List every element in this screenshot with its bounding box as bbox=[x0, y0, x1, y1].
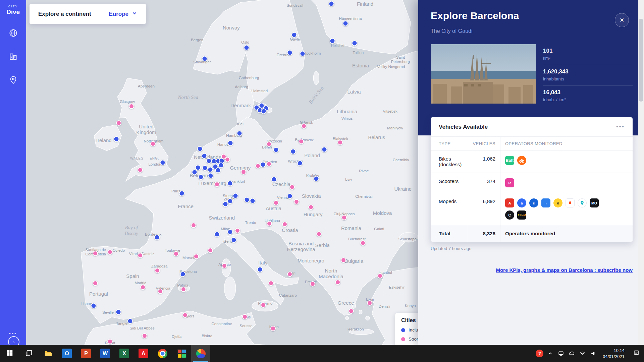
sidebar-more-ellipsis-icon[interactable]: ••• bbox=[9, 330, 17, 336]
city-dot-soon[interactable] bbox=[308, 204, 314, 210]
continent-selector[interactable]: Explore a continent Europe bbox=[30, 4, 146, 24]
outlook-taskbar-button[interactable]: O bbox=[57, 345, 76, 362]
city-dot-included[interactable] bbox=[329, 1, 334, 7]
onedrive-cloud-icon[interactable] bbox=[567, 345, 577, 362]
city-dot-included[interactable] bbox=[223, 201, 228, 207]
city-dot-soon[interactable] bbox=[107, 249, 113, 255]
action-center-button[interactable] bbox=[629, 345, 644, 362]
city-dot-soon[interactable] bbox=[261, 302, 266, 308]
city-dot-soon[interactable] bbox=[158, 289, 163, 294]
city-dot-soon[interactable] bbox=[301, 123, 307, 129]
city-dot-included[interactable] bbox=[232, 193, 238, 199]
city-dot-included[interactable] bbox=[342, 20, 348, 26]
city-dot-soon[interactable] bbox=[341, 257, 346, 263]
subscribe-link[interactable]: More KPIs, graphs & maps on Barcelona : … bbox=[431, 267, 633, 273]
city-dot-soon[interactable] bbox=[182, 312, 188, 318]
sidebar-item-explore-globe[interactable] bbox=[7, 28, 19, 39]
city-dot-soon[interactable] bbox=[255, 163, 261, 169]
city-dot-soon[interactable] bbox=[129, 104, 134, 109]
city-dot-included[interactable] bbox=[273, 147, 279, 153]
city-dot-included[interactable] bbox=[180, 271, 185, 277]
taskbar-clock[interactable]: 10:14 04/01/2021 bbox=[599, 345, 629, 362]
city-dot-soon[interactable] bbox=[150, 141, 156, 146]
city-dot-soon[interactable] bbox=[116, 120, 121, 126]
city-dot-soon[interactable] bbox=[289, 184, 295, 190]
city-dot-included[interactable] bbox=[207, 167, 213, 172]
powerpoint-taskbar-button[interactable]: P bbox=[76, 345, 96, 362]
get-help[interactable]: ? bbox=[534, 345, 545, 362]
city-dot-soon[interactable] bbox=[282, 222, 287, 227]
city-dot-soon[interactable] bbox=[367, 300, 372, 306]
city-dot-soon[interactable] bbox=[348, 308, 354, 314]
scrollbar-thumb[interactable] bbox=[639, 19, 643, 102]
citydive-logo[interactable]: CITY Dive bbox=[6, 5, 20, 16]
city-dot-included[interactable] bbox=[250, 198, 256, 203]
network-wifi-icon[interactable] bbox=[577, 345, 588, 362]
ellipsis-icon[interactable]: ••• bbox=[616, 123, 625, 130]
city-dot-soon[interactable] bbox=[208, 248, 213, 253]
city-dot-soon[interactable] bbox=[93, 251, 98, 256]
task-view-button[interactable] bbox=[19, 345, 38, 362]
city-dot-included[interactable] bbox=[257, 267, 263, 273]
city-dot-soon[interactable] bbox=[299, 139, 304, 144]
city-dot-included[interactable] bbox=[236, 130, 242, 136]
city-dot-soon[interactable] bbox=[377, 273, 383, 279]
city-dot-included[interactable] bbox=[287, 50, 293, 55]
city-dot-included[interactable] bbox=[179, 190, 185, 196]
city-dot-included[interactable] bbox=[195, 165, 201, 170]
city-dot-included[interactable] bbox=[260, 162, 266, 168]
hidden-icons-chevron[interactable] bbox=[545, 345, 556, 362]
city-dot-soon[interactable] bbox=[266, 141, 272, 147]
volume-icon[interactable] bbox=[588, 345, 599, 362]
city-dot-included[interactable] bbox=[227, 140, 233, 146]
city-dot-soon[interactable] bbox=[267, 221, 272, 226]
city-dot-included[interactable] bbox=[113, 136, 119, 142]
page-scrollbar[interactable] bbox=[638, 0, 644, 345]
city-dot-included[interactable] bbox=[202, 165, 208, 171]
word-taskbar-button[interactable]: W bbox=[96, 345, 115, 362]
city-dot-included[interactable] bbox=[287, 193, 293, 199]
city-dot-soon[interactable] bbox=[337, 140, 343, 145]
city-dot-soon[interactable] bbox=[235, 228, 240, 233]
city-dot-included[interactable] bbox=[201, 153, 207, 159]
city-dot-soon[interactable] bbox=[222, 263, 227, 268]
city-dot-included[interactable] bbox=[197, 146, 203, 152]
city-dot-soon[interactable] bbox=[335, 280, 340, 285]
city-dot-included[interactable] bbox=[115, 309, 121, 315]
city-dot-included[interactable] bbox=[261, 108, 267, 114]
sidebar-item-cities[interactable] bbox=[7, 51, 19, 63]
city-dot-soon[interactable] bbox=[142, 333, 147, 339]
continent-selector-value[interactable]: Europe bbox=[109, 10, 137, 17]
city-dot-soon[interactable] bbox=[266, 161, 272, 167]
city-dot-included[interactable] bbox=[322, 146, 327, 152]
city-dot-soon[interactable] bbox=[138, 167, 143, 173]
city-dot-included[interactable] bbox=[215, 168, 221, 173]
city-dot-soon[interactable] bbox=[273, 200, 279, 205]
city-dot-included[interactable] bbox=[352, 40, 357, 46]
acrobat-taskbar-button[interactable]: A bbox=[134, 345, 153, 362]
city-dot-soon[interactable] bbox=[173, 251, 179, 256]
city-dot-included[interactable] bbox=[91, 303, 97, 309]
city-dot-soon[interactable] bbox=[138, 253, 143, 258]
city-dot-soon[interactable] bbox=[140, 285, 146, 290]
city-dot-soon[interactable] bbox=[287, 272, 292, 277]
city-dot-soon[interactable] bbox=[93, 281, 98, 286]
display-icon[interactable] bbox=[556, 345, 567, 362]
citydive-app-taskbar-button[interactable] bbox=[191, 345, 210, 362]
city-dot-soon[interactable] bbox=[270, 326, 276, 331]
city-dot-included[interactable] bbox=[127, 318, 133, 324]
city-dot-included[interactable] bbox=[300, 51, 306, 57]
city-dot-soon[interactable] bbox=[316, 231, 322, 237]
city-dot-soon[interactable] bbox=[310, 281, 315, 287]
start-button[interactable] bbox=[0, 345, 19, 362]
city-dot-soon[interactable] bbox=[341, 215, 347, 220]
photos-app-taskbar-button[interactable] bbox=[172, 345, 191, 362]
city-dot-included[interactable] bbox=[192, 170, 198, 175]
city-dot-soon[interactable] bbox=[194, 254, 199, 259]
city-dot-included[interactable] bbox=[271, 177, 277, 182]
city-dot-included[interactable] bbox=[227, 181, 233, 186]
city-dot-included[interactable] bbox=[154, 234, 160, 240]
city-dot-included[interactable] bbox=[291, 32, 297, 38]
city-dot-soon[interactable] bbox=[181, 287, 186, 292]
city-dot-soon[interactable] bbox=[214, 182, 220, 187]
